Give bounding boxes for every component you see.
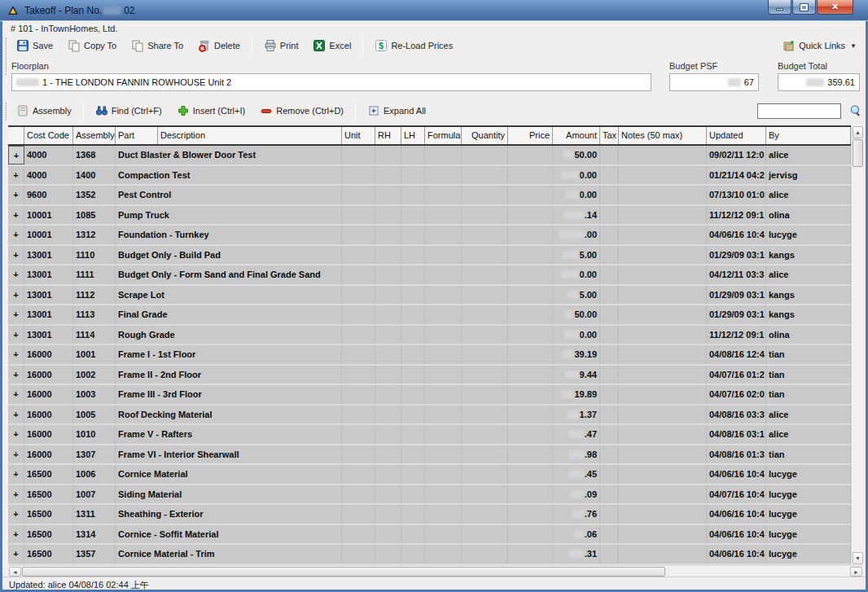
remove-button[interactable]: Remove (Ctrl+D) [254,101,349,121]
formula-cell [425,425,462,444]
scroll-down-arrow[interactable]: ▼ [853,552,863,564]
formula-cell [425,525,462,544]
expand-button[interactable]: + [8,186,24,204]
print-button[interactable]: Print [258,36,305,55]
table-row[interactable]: +160001005Roof Decking Material1.3704/08… [8,406,851,426]
expand-button[interactable]: + [8,485,24,504]
title-bar[interactable]: Takeoff - Plan No. 02 ✕ [0,0,868,21]
expand-button[interactable]: + [8,246,24,265]
save-icon [16,39,29,52]
expand-button[interactable]: + [8,166,24,185]
table-row[interactable]: +165001314Cornice - Soffit Material.0604… [8,525,851,546]
vertical-scrollbar[interactable]: ▲ ▼ [851,125,863,565]
budget-total-input[interactable]: 359.61 [778,73,860,91]
column-header-assembly[interactable]: Assembly [73,127,116,144]
column-header-unit[interactable]: Unit [342,127,375,144]
expand-button[interactable]: + [8,345,24,364]
table-row[interactable]: +130011114Rough Grade0.0011/12/12 09:1ol… [8,326,851,346]
column-header-description[interactable]: Description [158,127,342,144]
excel-button[interactable]: Excel [307,36,357,55]
vertical-scroll-thumb[interactable] [853,139,863,167]
expand-button[interactable]: + [8,226,24,244]
share-to-button[interactable]: Share To [125,36,189,55]
by-cell: lucyge [766,485,851,504]
expand-button[interactable]: + [8,465,24,484]
table-row[interactable]: +130011112Scrape Lot5.0001/29/09 03:1kan… [8,286,851,306]
budget-psf-input[interactable]: 67 [669,73,759,91]
maximize-button[interactable] [792,0,816,15]
table-row[interactable]: +160001003Frame III - 3rd Floor19.8904/0… [8,385,851,406]
column-header-price[interactable]: Price [508,127,553,144]
column-header-part[interactable]: Part [116,127,158,144]
table-row[interactable]: +165001311Sheathing - Exterior.7604/06/1… [8,505,851,525]
cost-code-cell: 4000 [24,146,73,164]
expand-button[interactable]: + [8,286,24,305]
horizontal-scrollbar[interactable]: ◄ ► [8,565,863,577]
expand-button[interactable]: + [8,385,24,404]
expand-button[interactable]: + [8,505,24,524]
find-button[interactable]: Find (Ctrl+F) [90,101,168,121]
expand-button[interactable]: + [8,525,24,544]
column-header-formula[interactable]: Formula [425,127,462,144]
close-button[interactable]: ✕ [817,0,853,15]
insert-button[interactable]: Insert (Ctrl+I) [171,101,251,121]
search-icon[interactable] [849,104,862,117]
expand-button[interactable]: + [8,545,24,563]
horizontal-scroll-thumb[interactable] [22,567,665,577]
updated-cell: 01/29/09 03:1 [707,246,766,265]
table-row[interactable]: +96001352Pest Control0.0007/13/10 01:0al… [8,186,851,206]
table-row[interactable]: +160001010Frame V - Rafters.4704/08/16 0… [8,425,851,445]
column-header-updated[interactable]: Updated [707,127,766,144]
column-header-cost-code[interactable]: Cost Code [24,127,73,144]
expand-button[interactable]: + [8,425,24,444]
amount-cell: .47 [553,425,600,444]
column-header-notes-50-max-[interactable]: Notes (50 max) [619,127,707,144]
table-row[interactable]: +100011312Foundation - Turnkey.0004/06/1… [8,226,851,246]
column-header-quantity[interactable]: Quantity [462,127,508,144]
table-row[interactable]: +165001006Cornice Material.4504/06/16 10… [8,465,851,485]
copy-to-button[interactable]: Copy To [62,36,122,55]
minimize-button[interactable] [768,0,791,15]
quick-links-button[interactable]: Quick Links ▼ [777,36,862,55]
save-button[interactable]: Save [11,36,59,55]
column-header-rh[interactable]: RH [375,127,401,144]
assembly-toggle-button[interactable]: Assembly [11,101,77,121]
table-row[interactable]: +160001001Frame I - 1st Floor39.1904/08/… [8,345,851,366]
column-header-lh[interactable]: LH [401,127,425,144]
expand-button[interactable]: + [8,445,24,464]
scroll-up-arrow[interactable]: ▲ [853,126,863,138]
description-cell: Frame II - 2nd Floor [116,366,342,384]
table-row[interactable]: +130011111Budget Only - Form Sand and Fi… [8,265,851,286]
column-header-tax[interactable]: Tax [600,127,619,144]
search-input[interactable] [757,103,841,119]
scroll-right-arrow[interactable]: ► [850,567,862,577]
column-header-expand[interactable] [8,127,24,144]
delete-button[interactable]: Delete [192,36,246,55]
floorplan-input[interactable]: 1 - THE LONDON FANNIN ROWHOUSE Unit 2 [11,73,651,91]
table-row[interactable]: +130011110Budget Only - Build Pad5.0001/… [8,246,851,266]
table-row[interactable]: +130011113Final Grade50.0001/29/09 03:1k… [8,305,851,326]
table-row[interactable]: +165001007Siding Material.0904/07/16 10:… [8,485,851,506]
expand-button[interactable]: + [8,305,24,324]
unit-cell [342,505,375,524]
table-row[interactable]: +100011085Pump Truck.1411/12/12 09:1olin… [8,206,851,226]
notes-cell [619,186,707,204]
table-row[interactable]: +160001307Frame VI - Interior Shearwall.… [8,445,851,466]
column-header-by[interactable]: By [766,127,851,144]
reload-prices-button[interactable]: $ Re-Load Prices [369,36,458,55]
expand-button[interactable]: + [8,406,24,424]
budget-total-redaction [806,78,824,86]
column-header-amount[interactable]: Amount [553,127,600,144]
expand-button[interactable]: + [8,265,24,284]
expand-button[interactable]: + [8,206,24,225]
expand-button[interactable]: + [8,326,24,344]
table-row[interactable]: +40001368Duct Blaster & Blower Door Test… [8,146,851,166]
expand-button[interactable]: + [8,146,24,164]
table-row[interactable]: +160001002Frame II - 2nd Floor9.4404/07/… [8,366,851,386]
expand-all-button[interactable]: Expand All [362,101,432,121]
quick-links-icon [783,39,796,52]
table-row[interactable]: +40001400Compaction Test0.0001/21/14 04:… [8,166,851,186]
table-row[interactable]: +165001357Cornice Material - Trim.3104/0… [8,545,851,565]
expand-button[interactable]: + [8,366,24,384]
scroll-left-arrow[interactable]: ◄ [9,567,21,577]
